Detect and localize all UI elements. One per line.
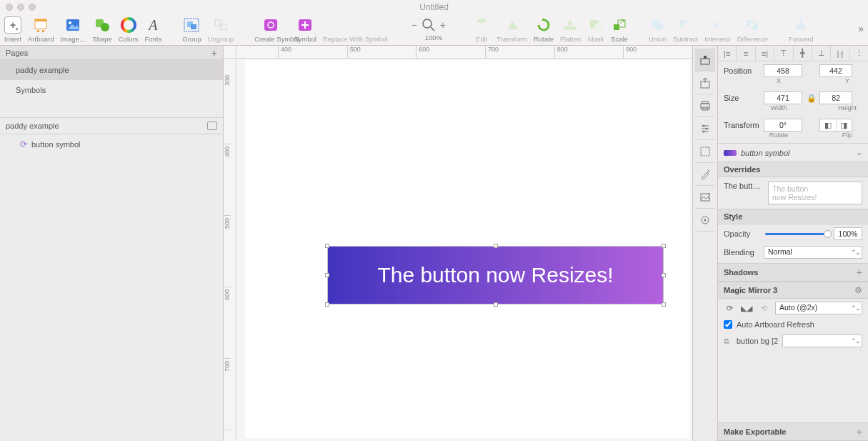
traffic-minimize[interactable] [17, 4, 24, 11]
artboard-button[interactable]: Artboard [28, 16, 54, 43]
align-hcenter-icon[interactable]: ≡ [737, 46, 755, 61]
mm-scale-select[interactable]: Auto (@2x) [775, 302, 862, 314]
flip-v-icon[interactable]: ◨ [837, 119, 852, 131]
ungroup-button: Ungroup [208, 16, 234, 43]
toolbar-overflow-icon[interactable]: » [858, 23, 864, 34]
y-field[interactable] [819, 64, 852, 77]
opacity-field[interactable] [834, 227, 862, 240]
colors-button[interactable]: Colors [119, 16, 138, 43]
toolbar: +▾ Insert Artboard Image… Shape Colors A… [0, 14, 868, 46]
align-top-icon[interactable]: ⊤ [774, 46, 793, 61]
bg-select[interactable] [782, 335, 862, 347]
transform-button: Transform [497, 16, 527, 43]
ruler-left: 300400500600700 [224, 59, 236, 441]
create-symbol-button[interactable]: Create Symbol [254, 16, 287, 43]
page-item-symbols[interactable]: Symbols [0, 80, 223, 100]
tab-export-icon[interactable] [695, 71, 715, 94]
group-button[interactable]: Group [182, 16, 201, 43]
add-export-icon[interactable]: + [857, 426, 862, 437]
x-field[interactable] [764, 64, 802, 77]
distribute-v-icon[interactable]: ⋮ [850, 46, 868, 61]
ruler-corner [224, 46, 236, 59]
shadows-head: Shadows+ [718, 263, 868, 282]
canvas-area[interactable]: 400500600700800900 300400500600700 The b… [224, 46, 692, 441]
flip-group: ◧ ◨ [819, 119, 852, 132]
svg-point-36 [703, 130, 705, 132]
symbol-swatch-row[interactable]: button symbol ⌄ [718, 144, 868, 162]
opacity-slider[interactable] [765, 233, 828, 235]
svg-rect-11 [191, 24, 196, 29]
button-symbol-instance[interactable]: The button now Resizes! [327, 246, 664, 304]
layers-artboard-header[interactable]: paddy example [0, 117, 223, 134]
tab-magic-icon[interactable] [695, 163, 715, 186]
blending-select[interactable]: Normal [764, 246, 862, 259]
shape-button[interactable]: Shape [92, 16, 111, 43]
svg-rect-18 [564, 26, 576, 30]
svg-point-35 [706, 127, 708, 129]
svg-point-16 [423, 19, 431, 28]
align-left-icon[interactable]: |≡ [718, 46, 737, 61]
add-page-icon[interactable]: + [211, 47, 217, 59]
svg-rect-37 [701, 147, 709, 156]
add-shadow-icon[interactable]: + [857, 267, 862, 278]
scale-button[interactable]: Scale [611, 16, 628, 43]
tab-image-icon[interactable]: + [695, 186, 715, 209]
replace-symbol-button: Replace With Symbol [323, 16, 388, 43]
rotate-button[interactable]: Rotate [534, 16, 554, 43]
align-right-icon[interactable]: ≡| [756, 46, 774, 61]
opacity-label: Opacity [724, 229, 759, 238]
insert-button[interactable]: +▾ Insert [4, 16, 21, 43]
flatten-button: Flatten [560, 16, 581, 43]
flip-h-icon[interactable]: ◧ [820, 119, 837, 131]
overrides-head: Overrides [718, 162, 868, 177]
mm-flip-icon[interactable]: ◣◢ [741, 304, 752, 313]
rotate-field[interactable] [764, 119, 802, 132]
tab-marquee-icon[interactable] [695, 140, 715, 163]
layer-item-button-symbol[interactable]: ⟳ button symbol [0, 134, 223, 154]
chevron-down-icon[interactable]: ⌄ [856, 148, 862, 157]
tab-settings-icon[interactable] [695, 117, 715, 140]
svg-rect-3 [42, 30, 44, 32]
transform-label: Transform [724, 121, 759, 129]
traffic-zoom[interactable] [29, 4, 36, 11]
inspector-mode-tabs: + [692, 46, 718, 441]
artboard-canvas[interactable]: The button now Resizes! [245, 60, 689, 438]
svg-rect-13 [221, 24, 226, 30]
svg-point-5 [69, 21, 71, 24]
symbol-swatch-icon [724, 150, 737, 156]
traffic-close[interactable] [6, 4, 13, 11]
tab-gear-icon[interactable] [695, 209, 715, 232]
svg-text:+: + [707, 192, 710, 197]
svg-point-34 [703, 124, 705, 127]
inspector-panel: |≡ ≡ ≡| ⊤ ╋ ⊥ |·| ⋮ Position XY Size 🔒 [718, 46, 868, 441]
magic-mirror-head: Magic Mirror 3⚙ [718, 282, 868, 299]
bg-name-label: button bg [2 [737, 337, 778, 345]
zoom-control[interactable]: − + [409, 16, 449, 34]
tab-design-icon[interactable] [695, 49, 715, 71]
subtract-button: Subtract [673, 16, 698, 43]
mm-gear-icon[interactable]: ⚙ [854, 285, 862, 295]
svg-point-7 [101, 23, 109, 31]
magnifier-icon [420, 16, 437, 34]
tab-print-icon[interactable] [695, 94, 715, 117]
align-vcenter-icon[interactable]: ╋ [794, 46, 812, 61]
alignment-row: |≡ ≡ ≡| ⊤ ╋ ⊥ |·| ⋮ [718, 46, 868, 61]
forward-button: Forward [789, 16, 814, 43]
height-field[interactable] [819, 91, 852, 104]
svg-rect-26 [704, 56, 707, 59]
lock-aspect-icon[interactable]: 🔒 [807, 94, 815, 103]
svg-point-41 [704, 219, 707, 221]
zoom-out-icon[interactable]: − [409, 19, 420, 31]
mm-refresh-icon[interactable]: ⟳ [724, 304, 735, 313]
symbol-button[interactable]: Symbol [294, 16, 316, 43]
auto-artboard-refresh-checkbox[interactable] [724, 320, 732, 329]
image-button[interactable]: Image… [60, 16, 86, 43]
zoom-in-icon[interactable]: + [437, 19, 449, 31]
page-item-paddy[interactable]: paddy example [0, 60, 223, 80]
export-head: Make Exportable+ [718, 422, 868, 441]
align-bottom-icon[interactable]: ⊥ [812, 46, 831, 61]
override-value-field[interactable]: The button now Resizes! [768, 182, 862, 204]
width-field[interactable] [764, 91, 802, 104]
distribute-h-icon[interactable]: |·| [831, 46, 849, 61]
fonts-button[interactable]: A Fonts [144, 16, 161, 43]
